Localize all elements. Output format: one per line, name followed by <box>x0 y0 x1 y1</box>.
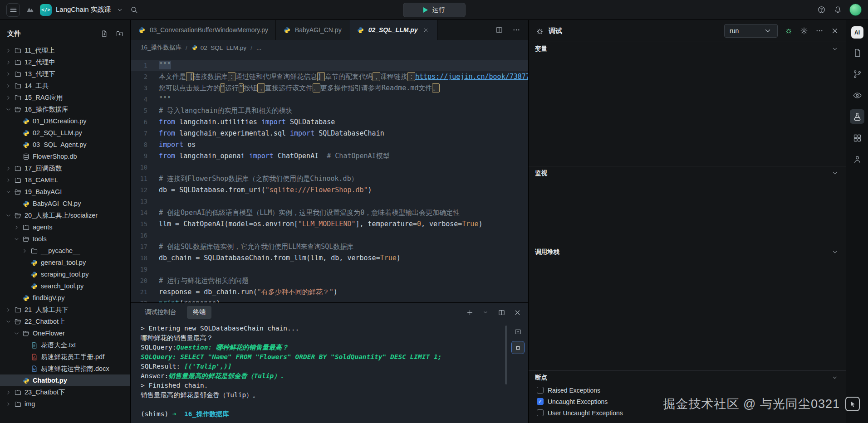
tree-item[interactable]: 16_操作数据库 <box>0 103 130 115</box>
bottom-panel: 调试控制台终端 > Entering new SQLDatabaseChain … <box>131 302 528 423</box>
tree-item[interactable]: 18_CAMEL <box>0 174 130 186</box>
tree-item-label: tools <box>33 235 47 243</box>
terminal-session-list <box>507 322 528 423</box>
breadcrumb-label: ... <box>256 44 261 51</box>
notifications-icon[interactable] <box>833 5 842 15</box>
tree-item[interactable]: 02_SQL_LLM.py <box>0 127 130 139</box>
folder-icon <box>14 165 22 172</box>
tree-item[interactable]: OneFlower <box>0 327 130 339</box>
tree-item[interactable]: 19_BabyAGI <box>0 186 130 198</box>
tree-item[interactable]: 21_人脉工具下 <box>0 304 130 316</box>
tree-item[interactable]: search_tool.py <box>0 280 130 292</box>
editor-tab[interactable]: BabyAGI_CN.py <box>276 20 349 40</box>
terminal-profile-chevron-icon[interactable] <box>481 308 490 317</box>
editor-tab[interactable]: 03_ConversationBufferWindowMemory.py <box>131 20 276 40</box>
folder-open-icon <box>14 212 22 219</box>
breadcrumb-label: 02_SQL_LLM.py <box>201 44 246 51</box>
tree-item[interactable]: __pycache__ <box>0 245 130 257</box>
activity-file-icon[interactable] <box>850 45 864 60</box>
tree-item[interactable]: general_tool.py <box>0 257 130 268</box>
tree-item[interactable]: 易速鲜花员工手册.pdf <box>0 351 130 363</box>
tree-item-label: FlowerShop.db <box>33 153 77 160</box>
new-terminal-icon[interactable] <box>465 308 474 317</box>
gear-icon[interactable] <box>799 26 809 35</box>
close-panel-icon[interactable] <box>513 308 522 317</box>
activity-flask-icon[interactable] <box>850 109 864 124</box>
breakpoint-row[interactable]: ✓Uncaught Exceptions <box>529 396 846 407</box>
split-terminal-icon[interactable] <box>497 308 506 317</box>
breakpoint-label: Uncaught Exceptions <box>548 398 608 405</box>
terminal-output[interactable]: > Entering new SQLDatabaseChain chain...… <box>131 322 505 423</box>
debug-section-header[interactable]: 变量 <box>529 42 846 56</box>
line-number: 19 <box>131 264 159 275</box>
more-actions-icon[interactable] <box>512 25 521 34</box>
tree-item[interactable]: img <box>0 398 130 410</box>
ai-assistant-icon[interactable]: AI <box>851 26 863 39</box>
close-debug-icon[interactable] <box>830 26 839 35</box>
project-selector[interactable]: </> LangChain 实战课 <box>40 4 124 16</box>
breadcrumb-item[interactable]: 02_SQL_LLM.py <box>191 44 246 51</box>
breadcrumb: 16_操作数据库/02_SQL_LLM.py/... <box>131 40 528 55</box>
debug-section-header[interactable]: 监视 <box>529 166 846 180</box>
chevron-right-icon <box>14 224 20 230</box>
breakpoint-row[interactable]: User Uncaught Exceptions <box>529 407 846 418</box>
menu-icon[interactable] <box>6 3 20 17</box>
chevron-right-icon <box>5 189 11 195</box>
activity-git-branch-icon[interactable] <box>850 67 864 81</box>
panel-tab[interactable]: 终端 <box>187 306 211 319</box>
debug-section-header[interactable]: 调用堆栈 <box>529 245 846 259</box>
tree-item[interactable]: 14_工具 <box>0 80 130 92</box>
help-icon[interactable] <box>817 5 826 15</box>
activity-person-icon[interactable] <box>850 152 864 166</box>
folder-icon <box>14 70 22 78</box>
breadcrumb-item[interactable]: ... <box>256 44 261 51</box>
tree-item[interactable]: scraping_tool.py <box>0 268 130 280</box>
tree-item[interactable]: tools <box>0 233 130 245</box>
activity-eye-icon[interactable] <box>850 88 864 102</box>
split-editor-icon[interactable] <box>495 25 504 34</box>
new-file-icon[interactable] <box>99 29 108 38</box>
code-editor[interactable]: 1"""2本文件是【连接数据库：通过链和代理查询鲜花信息】章节的配套代码，课程链… <box>131 55 528 302</box>
breakpoint-checkbox[interactable] <box>537 387 544 394</box>
tab-close-icon[interactable] <box>422 26 430 34</box>
search-icon[interactable] <box>130 5 139 15</box>
chevron-down-icon <box>763 26 772 35</box>
tree-item[interactable]: Chatbot.py <box>0 374 130 386</box>
breakpoint-checkbox[interactable]: ✓ <box>537 398 544 405</box>
debug-config-select[interactable]: run <box>724 24 778 38</box>
breakpoint-row[interactable]: Raised Exceptions <box>529 384 846 396</box>
tree-item[interactable]: 22_Chatbot上 <box>0 316 130 327</box>
activity-grid-icon[interactable] <box>850 131 864 145</box>
tree-item-label: agents <box>33 224 53 231</box>
breakpoint-checkbox[interactable] <box>537 409 544 416</box>
new-folder-icon[interactable] <box>115 29 124 38</box>
panel-tab[interactable]: 调试控制台 <box>139 306 182 319</box>
tree-item[interactable]: agents <box>0 221 130 233</box>
tree-item[interactable]: 花语大全.txt <box>0 339 130 351</box>
start-debug-icon[interactable] <box>784 26 793 35</box>
debug-more-icon[interactable] <box>815 26 824 35</box>
tree-item[interactable]: 17_回调函数 <box>0 162 130 174</box>
code-line: 9from langchain_openai import ChatOpenAI… <box>131 151 528 162</box>
terminal-session-open-editor-icon[interactable] <box>512 326 524 338</box>
tree-item[interactable]: BabyAGI_CN.py <box>0 198 130 209</box>
tree-item[interactable]: 23_Chatbot下 <box>0 386 130 398</box>
tree-item[interactable]: FlowerShop.db <box>0 151 130 162</box>
breadcrumb-item[interactable]: 16_操作数据库 <box>141 44 181 52</box>
tree-item-label: 19_BabyAGI <box>25 188 62 195</box>
avatar[interactable] <box>849 4 862 16</box>
tree-item[interactable]: findbigV.py <box>0 292 130 304</box>
terminal-session-bug-icon[interactable] <box>512 341 524 354</box>
tree-item[interactable]: 03_SQL_Agent.py <box>0 139 130 151</box>
tree-item[interactable]: 20_人脉工具上/socializer <box>0 209 130 221</box>
tree-item[interactable]: 12_代理中 <box>0 56 130 68</box>
editor-tab[interactable]: 02_SQL_LLM.py <box>349 20 438 40</box>
tree-item[interactable]: 01_DBCreation.py <box>0 115 130 127</box>
tree-item[interactable]: 易速鲜花运营指南.docx <box>0 363 130 374</box>
tree-item[interactable]: 15_RAG应用 <box>0 92 130 103</box>
folder-icon <box>14 94 22 102</box>
tree-item[interactable]: 13_代理下 <box>0 68 130 80</box>
run-button[interactable]: 运行 <box>403 3 466 17</box>
tree-item[interactable]: 11_代理上 <box>0 44 130 56</box>
debug-section-header[interactable]: 断点 <box>529 371 846 384</box>
